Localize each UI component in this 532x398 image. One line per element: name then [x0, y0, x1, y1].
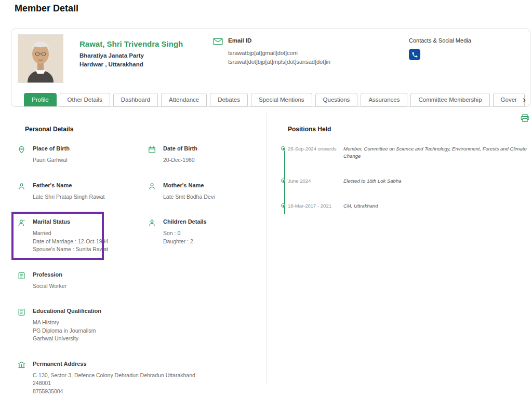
personal-details-grid: Place of Birth Pauri Garhwal Date of Bir…	[11, 145, 263, 395]
member-header-card: Rawat, Shri Trivendra Singh Bharatiya Ja…	[11, 29, 530, 107]
child-icon	[148, 218, 156, 254]
field-fathers-name: Father's Name Late Shri Pratap Singh Raw…	[18, 182, 148, 201]
timeline-dot-icon	[281, 179, 285, 183]
page-title: Member Detail	[15, 3, 78, 14]
field-value: Date of Marriage : 12-Oct-1994	[33, 238, 108, 246]
email-block: Email ID tsrawatbjp[at]gmail[dot]com tsr…	[213, 37, 330, 66]
field-label: Date of Birth	[163, 145, 197, 152]
field-place-of-birth: Place of Birth Pauri Garhwal	[18, 145, 148, 164]
timeline-dot-icon	[281, 146, 285, 150]
person-heart-icon	[18, 218, 25, 254]
field-label: Permanent Address	[33, 361, 195, 367]
tab-questions[interactable]: Questions	[315, 93, 358, 106]
member-party: Bharatiya Janata Party	[79, 52, 183, 59]
field-label: Marital Status	[33, 218, 108, 225]
timeline-dot-icon	[281, 203, 285, 208]
positions-held-section: Positions Held 26-Sep-2024 onwards Membe…	[282, 113, 530, 227]
member-photo-image	[18, 35, 63, 83]
tab-government[interactable]: Gover	[493, 93, 525, 106]
calendar-icon	[148, 145, 156, 164]
field-date-of-birth: Date of Birth 20-Dec-1960	[148, 145, 263, 164]
email-label: Email ID	[228, 37, 330, 44]
contacts-block: Contacts & Social Media	[409, 37, 471, 60]
phone-icon	[411, 51, 418, 58]
field-value: Pauri Garhwal	[33, 156, 70, 164]
personal-details-heading: Personal Details	[25, 126, 263, 133]
position-date: 18-Mar-2017 - 2021	[288, 202, 337, 210]
field-value: Married	[33, 229, 108, 238]
personal-details-section: Personal Details Place of Birth Pauri Ga…	[11, 113, 263, 395]
position-item: 26-Sep-2024 onwards Member, Committee on…	[282, 145, 530, 160]
document-icon	[18, 308, 25, 343]
field-value: Late Shri Pratap Singh Rawat	[33, 193, 104, 201]
member-name: Rawat, Shri Trivendra Singh	[79, 39, 183, 48]
tab-bar: Profile Other Details Dashboard Attendan…	[24, 93, 516, 106]
field-value: 20-Dec-1960	[163, 156, 197, 164]
column-divider	[267, 113, 267, 383]
field-value: Spouse's Name : Sunita Rawat	[33, 245, 108, 254]
position-description: Elected to 18th Lok Sabha	[343, 177, 401, 185]
position-item: 18-Mar-2017 - 2021 CM, Uttrakhand	[282, 202, 530, 210]
email-address: tsrawat[dot]bjp[at]mpls[dot]sansad[dot]i…	[228, 58, 330, 66]
field-label: Profession	[33, 271, 66, 278]
member-constituency: Hardwar , Uttarakhand	[79, 61, 183, 67]
field-profession: Profession Social Worker	[18, 271, 148, 291]
field-value: Garhwal University	[33, 335, 101, 343]
email-address: tsrawatbjp[at]gmail[dot]com	[228, 49, 330, 58]
tab-other-details[interactable]: Other Details	[60, 93, 110, 106]
field-label: Children Details	[163, 218, 207, 225]
field-label: Mother's Name	[163, 182, 215, 188]
field-mothers-name: Mother's Name Late Smt Bodha Devi	[148, 182, 263, 201]
email-icon	[213, 37, 221, 66]
position-description: Member, Committee on Science and Technol…	[343, 145, 530, 160]
field-value: PG Diploma in Journalism	[33, 327, 101, 335]
field-educational-qualification: Educational Qualification MA History PG …	[18, 308, 148, 343]
person-icon	[148, 182, 156, 201]
field-value: Son : 0	[163, 229, 207, 238]
field-value: Daughter : 2	[163, 238, 207, 246]
field-value: 8755935004	[33, 388, 195, 396]
position-date: 26-Sep-2024 onwards	[288, 145, 337, 160]
tab-assurances[interactable]: Assurances	[361, 93, 407, 106]
tab-special-mentions[interactable]: Special Mentions	[251, 93, 312, 106]
tab-committee-membership[interactable]: Committee Membership	[410, 93, 489, 106]
phone-contact-button[interactable]	[409, 49, 420, 60]
tab-attendance[interactable]: Attendance	[161, 93, 207, 106]
member-photo	[18, 34, 63, 83]
tab-dashboard[interactable]: Dashboard	[113, 93, 158, 106]
tab-profile[interactable]: Profile	[24, 93, 57, 106]
position-description: CM, Uttrakhand	[343, 202, 378, 210]
field-value: Late Smt Bodha Devi	[163, 193, 215, 201]
field-value: C-130, Sector-3, Defence Colony Dehradun…	[33, 372, 195, 380]
position-item: June 2024 Elected to 18th Lok Sabha	[282, 177, 530, 185]
field-children-details: Children Details Son : 0 Daughter : 2	[148, 218, 263, 254]
field-label: Educational Qualification	[33, 308, 101, 314]
profile-content: Personal Details Place of Birth Pauri Ga…	[11, 113, 530, 391]
location-pin-icon	[18, 145, 25, 164]
field-label: Father's Name	[33, 182, 104, 188]
field-value: 248001	[33, 379, 195, 388]
field-value: Social Worker	[33, 282, 66, 291]
building-icon	[18, 361, 25, 396]
contacts-label: Contacts & Social Media	[409, 37, 471, 44]
member-identity: Rawat, Shri Trivendra Singh Bharatiya Ja…	[79, 39, 183, 67]
field-permanent-address: Permanent Address C-130, Sector-3, Defen…	[18, 361, 263, 396]
chevron-right-icon[interactable]: ›	[523, 94, 526, 105]
field-label: Place of Birth	[33, 145, 70, 152]
field-marital-status: Marital Status Married Date of Marriage …	[18, 218, 148, 254]
positions-held-heading: Positions Held	[288, 126, 530, 133]
document-icon	[18, 271, 25, 291]
positions-timeline: 26-Sep-2024 onwards Member, Committee on…	[282, 145, 530, 210]
person-icon	[18, 182, 25, 201]
tab-debates[interactable]: Debates	[210, 93, 248, 106]
member-detail-page: Member Detail Rawat, Shri Trivendra Sing…	[0, 0, 532, 398]
position-date: June 2024	[288, 177, 337, 185]
field-value: MA History	[33, 319, 101, 327]
